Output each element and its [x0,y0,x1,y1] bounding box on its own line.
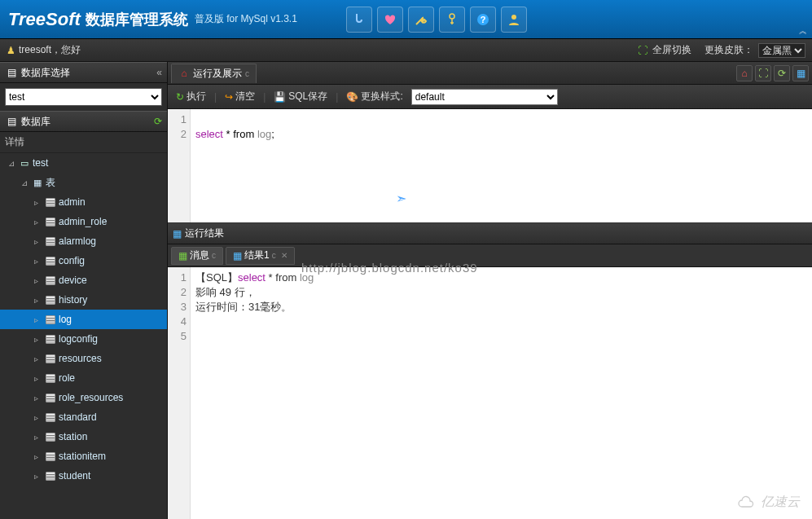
svg-point-3 [511,15,516,20]
tool-wrench-icon[interactable] [408,7,434,33]
table-icon [45,196,56,208]
table-icon [45,314,56,325]
svg-point-0 [450,14,454,19]
tree-table-stationitem[interactable]: ▹stationitem [0,446,167,466]
db-select-wrap: test [0,83,167,111]
clear-icon: ↪ [225,91,233,103]
main-area: ▤ 数据库选择 « test ▤ 数据库 ⟳ 详情 ⊿▭test ⊿▦表 ▹ad… [0,62,812,519]
table-icon [45,353,56,364]
tool-heart-icon[interactable] [377,7,403,33]
detail-header: 详情 [0,132,167,153]
table-icon [45,255,56,266]
sql-save-button[interactable]: 💾SQL保存 [270,88,331,105]
tree-table-role[interactable]: ▹role [0,368,167,388]
result-content: 【SQL】select * from log 影响 49 行， 运行时间：31毫… [191,267,812,519]
cursor-pointer-icon: ➣ [396,191,406,206]
watermark-brand: 亿速云 [737,494,800,511]
tool-user-icon[interactable] [501,7,527,33]
header-collapse-icon[interactable]: ︽ [799,25,807,37]
tab-marker-icon: c [272,251,276,260]
db-tree[interactable]: ⊿▭test ⊿▦表 ▹admin▹admin_role▹alarmlog▹co… [0,153,167,519]
grid-button[interactable]: ▦ [792,65,809,81]
svg-text:?: ? [481,15,486,24]
table-icon [45,431,56,442]
sql-editor[interactable]: 12 select * from log; ➣ [168,109,812,223]
tab-run-display[interactable]: ⌂ 运行及展示 c [171,64,257,83]
home-icon: ⌂ [178,68,190,79]
app-subtitle: 普及版 for MySql v1.3.1 [195,12,297,26]
db-select-icon: ▤ [5,67,18,78]
result-panel-header: ▦ 运行结果 [168,223,812,244]
editor-code[interactable]: select * from log; [191,109,812,222]
table-icon [45,275,56,286]
tab-marker-icon: c [212,251,216,260]
table-icon [45,470,56,482]
result-icon: ▦ [173,228,182,240]
app-logo: TreeSoft [8,9,81,30]
table-icon [45,451,56,462]
result-gutter: 12345 [168,267,191,519]
tree-table-history[interactable]: ▹history [0,290,167,310]
tree-table-admin[interactable]: ▹admin [0,192,167,212]
palette-icon: 🎨 [346,91,358,103]
db-panel-header: ▤ 数据库 ⟳ [0,111,167,132]
table-icon [45,235,56,247]
tree-table-device[interactable]: ▹device [0,270,167,290]
style-select[interactable]: default [411,89,558,105]
table-icon [45,372,56,384]
tree-db-node[interactable]: ⊿▭test [0,153,167,173]
tool-help-icon[interactable]: ? [470,7,496,33]
refresh-db-icon[interactable]: ⟳ [154,116,162,127]
tree-table-standard[interactable]: ▹standard [0,407,167,427]
close-icon[interactable]: ✕ [281,251,287,260]
tree-table-station[interactable]: ▹station [0,427,167,446]
tree-tables-node[interactable]: ⊿▦表 [0,173,167,192]
app-title: 数据库管理系统 [86,10,188,29]
sql-toolbar: ↻执行 | ↪清空 | 💾SQL保存 | 🎨更换样式: default [168,85,812,109]
tree-table-resources[interactable]: ▹resources [0,349,167,368]
tree-table-role_resources[interactable]: ▹role_resources [0,388,167,407]
tree-table-logconfig[interactable]: ▹logconfig [0,329,167,349]
clear-button[interactable]: ↪清空 [222,88,258,105]
collapse-left-icon[interactable]: « [156,67,162,78]
tree-table-admin_role[interactable]: ▹admin_role [0,212,167,231]
cloud-icon [737,495,757,510]
db-select-panel-header: ▤ 数据库选择 « [0,62,167,83]
home-button[interactable]: ⌂ [736,65,753,81]
table-icon [45,411,56,423]
tab-result1[interactable]: ▦结果1c✕ [226,247,295,265]
tool-hook-icon[interactable] [346,7,372,33]
fullscreen-icon[interactable]: ⛶ [638,45,647,56]
table-icon [45,294,56,306]
db-select[interactable]: test [5,88,162,106]
tables-icon: ▦ [32,177,43,188]
table-icon [45,392,56,403]
messages-icon: ▦ [178,250,187,262]
user-bar: ♟ treesoft，您好 ⛶ 全屏切换 更换皮肤： 金属黑 [0,39,812,62]
database-icon: ▭ [19,157,30,169]
db-panel-title: 数据库 [21,115,50,129]
result-tabs: ▦消息c ▦结果1c✕ [168,244,812,267]
tree-table-alarmlog[interactable]: ▹alarmlog [0,231,167,251]
fullscreen-label[interactable]: 全屏切换 [652,43,691,57]
tree-table-log[interactable]: ▹log [0,310,167,329]
tree-table-student[interactable]: ▹student [0,466,167,486]
skin-select[interactable]: 金属黑 [758,43,805,58]
editor-gutter: 12 [168,109,191,222]
table-icon [45,333,56,345]
tab-messages[interactable]: ▦消息c [171,247,223,265]
tab-marker-icon: c [245,69,249,78]
tree-table-config[interactable]: ▹config [0,251,167,270]
save-icon: 💾 [274,91,286,103]
refresh-button[interactable]: ⟳ [774,65,790,81]
execute-icon: ↻ [176,91,184,103]
user-icon: ♟ [7,45,15,56]
header-toolbar: ? [346,7,527,33]
user-greeting: treesoft，您好 [19,43,81,57]
change-style-button[interactable]: 🎨更换样式: [343,88,406,105]
tool-key-icon[interactable] [439,7,465,33]
result-body[interactable]: 12345 【SQL】select * from log 影响 49 行， 运行… [168,267,812,519]
result1-icon: ▦ [233,250,242,262]
expand-button[interactable]: ⛶ [755,65,771,81]
execute-button[interactable]: ↻执行 [173,88,209,105]
